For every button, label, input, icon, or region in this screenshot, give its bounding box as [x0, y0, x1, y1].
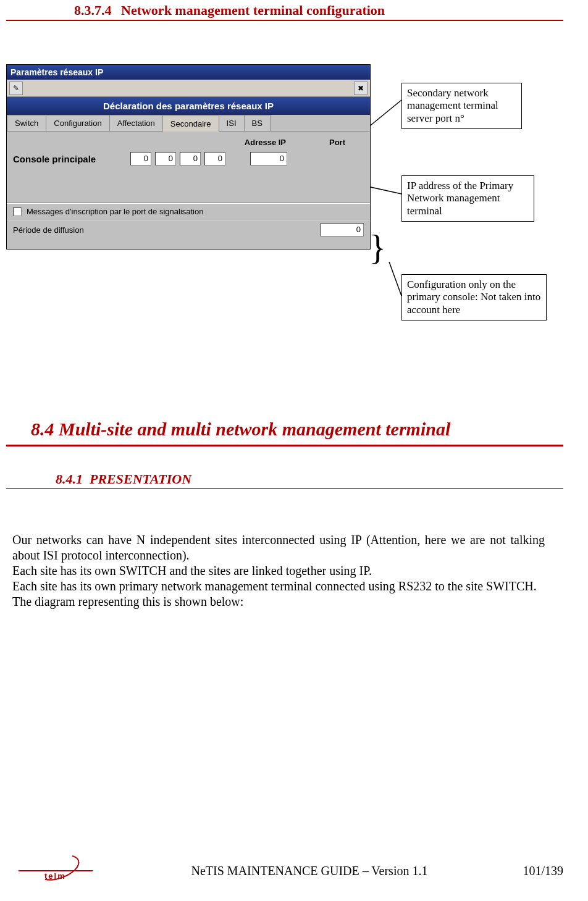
ip-octet-3[interactable]: 0	[180, 152, 201, 166]
paragraph: Each site has its own primary network ma…	[12, 579, 545, 594]
tab-secondaire[interactable]: Secondaire	[162, 115, 219, 132]
footer-title: NeTIS MAINTENANCE GUIDE – Version 1.1	[117, 864, 502, 878]
checkbox-label: Messages d'inscription par le port de si…	[27, 207, 203, 216]
page-footer: telm NeTIS MAINTENANCE GUIDE – Version 1…	[0, 855, 588, 886]
heading-number: 8.3.7.4	[74, 2, 112, 18]
paragraph: Our networks can have N independent site…	[12, 532, 545, 563]
heading-title: Multi-site and multi network management …	[59, 419, 450, 439]
callout-primary-only: Configuration only on the primary consol…	[401, 274, 547, 321]
ip-octet-1[interactable]: 0	[130, 152, 151, 166]
heading-title: Network management terminal configuratio…	[121, 2, 385, 18]
svg-line-2	[389, 262, 401, 296]
pen-icon[interactable]: ✎	[9, 82, 23, 95]
label-console-principale: Console principale	[13, 154, 118, 164]
exit-icon[interactable]: ✖	[354, 82, 368, 95]
dialog-toolbar: ✎ ✖	[7, 80, 370, 97]
heading-title: PRESENTATION	[90, 471, 191, 487]
tab-isi[interactable]: ISI	[219, 115, 245, 131]
periode-diffusion-field[interactable]: 0	[321, 223, 364, 237]
callout-ip-primary: IP address of the Primary Network manage…	[401, 175, 534, 222]
ip-octet-4[interactable]: 0	[204, 152, 225, 166]
column-header-ip: Adresse IP	[245, 138, 286, 147]
figure-dialog-with-callouts: Paramètres réseaux IP ✎ ✖ Déclaration de…	[6, 64, 563, 324]
ip-octet-2[interactable]: 0	[155, 152, 176, 166]
tab-bs[interactable]: BS	[244, 115, 271, 131]
brace-icon: }	[369, 236, 386, 260]
heading-number: 8.4	[31, 419, 54, 439]
brand-name: telm	[44, 871, 66, 881]
ip-address-group: 0 0 0 0	[130, 152, 225, 166]
footer-page-number: 101/139	[502, 864, 563, 878]
dialog-tabs: Switch Configuration Affectation Seconda…	[7, 115, 370, 132]
paragraph: Each site has its own SWITCH and the sit…	[12, 563, 545, 579]
callout-secondary-port: Secondary network management terminal se…	[401, 83, 522, 129]
body-text: Our networks can have N independent site…	[6, 532, 563, 610]
dialog-titlebar: Paramètres réseaux IP	[7, 65, 370, 80]
column-header-port: Port	[329, 138, 345, 147]
dialog-panel: Adresse IP Port Console principale 0 0 0…	[7, 132, 370, 249]
heading-8-4-1: 8.4.1 PRESENTATION	[6, 471, 563, 489]
label-periode-diffusion: Période de diffusion	[13, 225, 84, 235]
tab-configuration[interactable]: Configuration	[46, 115, 109, 131]
dialog-parametres-reseaux-ip: Paramètres réseaux IP ✎ ✖ Déclaration de…	[6, 64, 371, 249]
heading-number: 8.4.1	[56, 471, 83, 487]
brand-logo: telm	[19, 855, 93, 886]
heading-8-4: 8.4 Multi-site and multi network managem…	[6, 416, 563, 446]
tab-affectation[interactable]: Affectation	[109, 115, 163, 131]
dialog-banner: Déclaration des paramètres réseaux IP	[7, 97, 370, 115]
paragraph: The diagram representing this is shown b…	[12, 594, 545, 610]
checkbox-messages-inscription[interactable]	[13, 207, 22, 216]
port-field[interactable]: 0	[250, 152, 287, 166]
tab-switch[interactable]: Switch	[7, 115, 46, 131]
heading-8-3-7-4: 8.3.7.4 Network management terminal conf…	[6, 0, 563, 21]
